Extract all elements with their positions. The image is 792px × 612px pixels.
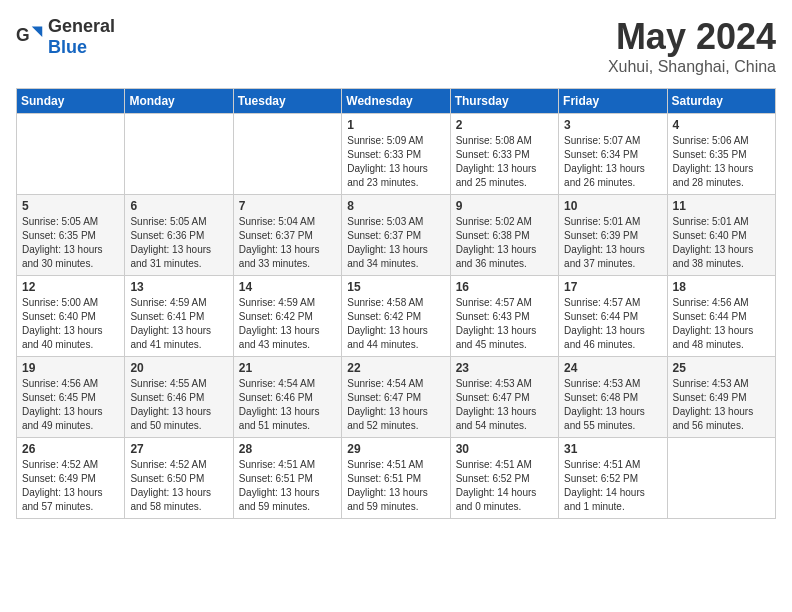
day-number-25: 25 xyxy=(673,361,770,375)
day-number-28: 28 xyxy=(239,442,336,456)
day-number-6: 6 xyxy=(130,199,227,213)
day-info-4: Sunrise: 5:06 AM Sunset: 6:35 PM Dayligh… xyxy=(673,134,770,190)
day-number-23: 23 xyxy=(456,361,553,375)
calendar-day-15: 15Sunrise: 4:58 AM Sunset: 6:42 PM Dayli… xyxy=(342,276,450,357)
day-number-12: 12 xyxy=(22,280,119,294)
calendar-week-2: 5Sunrise: 5:05 AM Sunset: 6:35 PM Daylig… xyxy=(17,195,776,276)
day-info-14: Sunrise: 4:59 AM Sunset: 6:42 PM Dayligh… xyxy=(239,296,336,352)
day-info-11: Sunrise: 5:01 AM Sunset: 6:40 PM Dayligh… xyxy=(673,215,770,271)
calendar-day-19: 19Sunrise: 4:56 AM Sunset: 6:45 PM Dayli… xyxy=(17,357,125,438)
weekday-header-monday: Monday xyxy=(125,89,233,114)
day-info-7: Sunrise: 5:04 AM Sunset: 6:37 PM Dayligh… xyxy=(239,215,336,271)
calendar-week-5: 26Sunrise: 4:52 AM Sunset: 6:49 PM Dayli… xyxy=(17,438,776,519)
day-info-31: Sunrise: 4:51 AM Sunset: 6:52 PM Dayligh… xyxy=(564,458,661,514)
calendar-week-4: 19Sunrise: 4:56 AM Sunset: 6:45 PM Dayli… xyxy=(17,357,776,438)
calendar-day-11: 11Sunrise: 5:01 AM Sunset: 6:40 PM Dayli… xyxy=(667,195,775,276)
day-number-3: 3 xyxy=(564,118,661,132)
day-number-13: 13 xyxy=(130,280,227,294)
calendar-day-20: 20Sunrise: 4:55 AM Sunset: 6:46 PM Dayli… xyxy=(125,357,233,438)
logo-icon: G xyxy=(16,23,44,51)
day-number-8: 8 xyxy=(347,199,444,213)
day-number-10: 10 xyxy=(564,199,661,213)
day-info-28: Sunrise: 4:51 AM Sunset: 6:51 PM Dayligh… xyxy=(239,458,336,514)
calendar-empty-cell xyxy=(667,438,775,519)
day-info-2: Sunrise: 5:08 AM Sunset: 6:33 PM Dayligh… xyxy=(456,134,553,190)
calendar-empty-cell xyxy=(125,114,233,195)
day-info-15: Sunrise: 4:58 AM Sunset: 6:42 PM Dayligh… xyxy=(347,296,444,352)
day-number-5: 5 xyxy=(22,199,119,213)
calendar-day-23: 23Sunrise: 4:53 AM Sunset: 6:47 PM Dayli… xyxy=(450,357,558,438)
logo-general: General xyxy=(48,16,115,36)
calendar-day-25: 25Sunrise: 4:53 AM Sunset: 6:49 PM Dayli… xyxy=(667,357,775,438)
title-section: May 2024 Xuhui, Shanghai, China xyxy=(608,16,776,76)
day-number-19: 19 xyxy=(22,361,119,375)
day-number-15: 15 xyxy=(347,280,444,294)
day-info-19: Sunrise: 4:56 AM Sunset: 6:45 PM Dayligh… xyxy=(22,377,119,433)
svg-text:G: G xyxy=(16,25,30,45)
month-title: May 2024 xyxy=(608,16,776,58)
weekday-header-wednesday: Wednesday xyxy=(342,89,450,114)
day-info-27: Sunrise: 4:52 AM Sunset: 6:50 PM Dayligh… xyxy=(130,458,227,514)
day-info-24: Sunrise: 4:53 AM Sunset: 6:48 PM Dayligh… xyxy=(564,377,661,433)
logo-blue: Blue xyxy=(48,37,87,57)
day-number-17: 17 xyxy=(564,280,661,294)
logo: G General Blue xyxy=(16,16,115,58)
day-number-31: 31 xyxy=(564,442,661,456)
calendar-day-24: 24Sunrise: 4:53 AM Sunset: 6:48 PM Dayli… xyxy=(559,357,667,438)
day-number-4: 4 xyxy=(673,118,770,132)
calendar-day-8: 8Sunrise: 5:03 AM Sunset: 6:37 PM Daylig… xyxy=(342,195,450,276)
day-info-13: Sunrise: 4:59 AM Sunset: 6:41 PM Dayligh… xyxy=(130,296,227,352)
calendar-day-18: 18Sunrise: 4:56 AM Sunset: 6:44 PM Dayli… xyxy=(667,276,775,357)
day-info-17: Sunrise: 4:57 AM Sunset: 6:44 PM Dayligh… xyxy=(564,296,661,352)
calendar-day-21: 21Sunrise: 4:54 AM Sunset: 6:46 PM Dayli… xyxy=(233,357,341,438)
day-info-20: Sunrise: 4:55 AM Sunset: 6:46 PM Dayligh… xyxy=(130,377,227,433)
day-number-24: 24 xyxy=(564,361,661,375)
calendar-day-1: 1Sunrise: 5:09 AM Sunset: 6:33 PM Daylig… xyxy=(342,114,450,195)
day-number-22: 22 xyxy=(347,361,444,375)
day-info-30: Sunrise: 4:51 AM Sunset: 6:52 PM Dayligh… xyxy=(456,458,553,514)
calendar-day-28: 28Sunrise: 4:51 AM Sunset: 6:51 PM Dayli… xyxy=(233,438,341,519)
calendar-empty-cell xyxy=(17,114,125,195)
calendar-day-16: 16Sunrise: 4:57 AM Sunset: 6:43 PM Dayli… xyxy=(450,276,558,357)
day-info-6: Sunrise: 5:05 AM Sunset: 6:36 PM Dayligh… xyxy=(130,215,227,271)
day-info-9: Sunrise: 5:02 AM Sunset: 6:38 PM Dayligh… xyxy=(456,215,553,271)
day-info-29: Sunrise: 4:51 AM Sunset: 6:51 PM Dayligh… xyxy=(347,458,444,514)
day-number-26: 26 xyxy=(22,442,119,456)
day-number-9: 9 xyxy=(456,199,553,213)
calendar-day-29: 29Sunrise: 4:51 AM Sunset: 6:51 PM Dayli… xyxy=(342,438,450,519)
day-info-16: Sunrise: 4:57 AM Sunset: 6:43 PM Dayligh… xyxy=(456,296,553,352)
calendar-day-13: 13Sunrise: 4:59 AM Sunset: 6:41 PM Dayli… xyxy=(125,276,233,357)
calendar-day-27: 27Sunrise: 4:52 AM Sunset: 6:50 PM Dayli… xyxy=(125,438,233,519)
svg-marker-1 xyxy=(32,27,43,38)
day-number-20: 20 xyxy=(130,361,227,375)
calendar-day-14: 14Sunrise: 4:59 AM Sunset: 6:42 PM Dayli… xyxy=(233,276,341,357)
calendar-table: SundayMondayTuesdayWednesdayThursdayFrid… xyxy=(16,88,776,519)
day-info-25: Sunrise: 4:53 AM Sunset: 6:49 PM Dayligh… xyxy=(673,377,770,433)
day-info-23: Sunrise: 4:53 AM Sunset: 6:47 PM Dayligh… xyxy=(456,377,553,433)
calendar-empty-cell xyxy=(233,114,341,195)
calendar-day-5: 5Sunrise: 5:05 AM Sunset: 6:35 PM Daylig… xyxy=(17,195,125,276)
day-number-7: 7 xyxy=(239,199,336,213)
calendar-day-4: 4Sunrise: 5:06 AM Sunset: 6:35 PM Daylig… xyxy=(667,114,775,195)
day-number-30: 30 xyxy=(456,442,553,456)
day-number-14: 14 xyxy=(239,280,336,294)
day-number-21: 21 xyxy=(239,361,336,375)
location-title: Xuhui, Shanghai, China xyxy=(608,58,776,76)
day-number-16: 16 xyxy=(456,280,553,294)
weekday-header-tuesday: Tuesday xyxy=(233,89,341,114)
calendar-day-2: 2Sunrise: 5:08 AM Sunset: 6:33 PM Daylig… xyxy=(450,114,558,195)
day-number-27: 27 xyxy=(130,442,227,456)
calendar-day-3: 3Sunrise: 5:07 AM Sunset: 6:34 PM Daylig… xyxy=(559,114,667,195)
day-info-21: Sunrise: 4:54 AM Sunset: 6:46 PM Dayligh… xyxy=(239,377,336,433)
calendar-day-26: 26Sunrise: 4:52 AM Sunset: 6:49 PM Dayli… xyxy=(17,438,125,519)
day-number-11: 11 xyxy=(673,199,770,213)
page-header: G General Blue May 2024 Xuhui, Shanghai,… xyxy=(16,16,776,76)
calendar-week-1: 1Sunrise: 5:09 AM Sunset: 6:33 PM Daylig… xyxy=(17,114,776,195)
calendar-day-17: 17Sunrise: 4:57 AM Sunset: 6:44 PM Dayli… xyxy=(559,276,667,357)
calendar-day-6: 6Sunrise: 5:05 AM Sunset: 6:36 PM Daylig… xyxy=(125,195,233,276)
day-info-26: Sunrise: 4:52 AM Sunset: 6:49 PM Dayligh… xyxy=(22,458,119,514)
day-info-22: Sunrise: 4:54 AM Sunset: 6:47 PM Dayligh… xyxy=(347,377,444,433)
day-info-8: Sunrise: 5:03 AM Sunset: 6:37 PM Dayligh… xyxy=(347,215,444,271)
calendar-day-10: 10Sunrise: 5:01 AM Sunset: 6:39 PM Dayli… xyxy=(559,195,667,276)
day-info-1: Sunrise: 5:09 AM Sunset: 6:33 PM Dayligh… xyxy=(347,134,444,190)
